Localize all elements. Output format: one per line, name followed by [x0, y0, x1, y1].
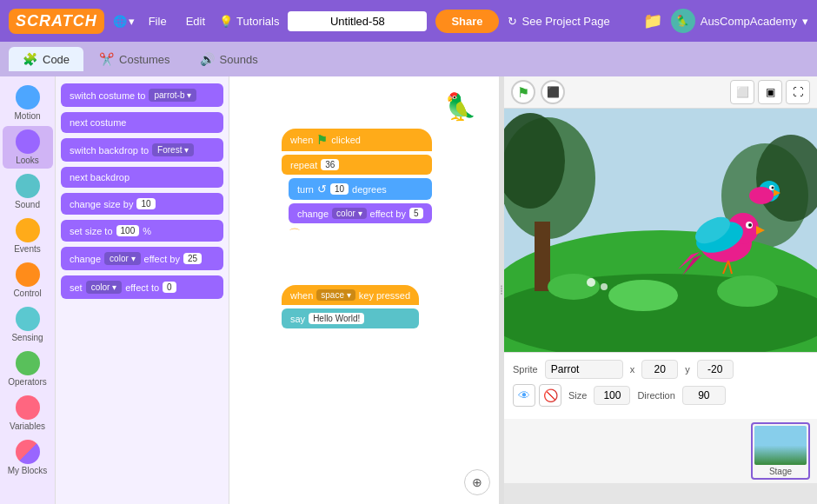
scripts-area[interactable]: 🦜 when ⚑ clicked repeat 36 turn ↺ 10 deg… — [229, 76, 499, 504]
main-area: Motion Looks Sound Events Control Sensin… — [0, 76, 817, 504]
sprite-thumb-image: 🦜 — [438, 87, 482, 126]
x-label: x — [630, 364, 635, 375]
tab-sounds[interactable]: 🔊 Sounds — [186, 47, 272, 71]
sidebar-control-label: Control — [13, 288, 41, 298]
looks-dot — [16, 129, 40, 154]
sidebar-sound-label: Sound — [15, 200, 40, 209]
hide-button[interactable]: 🚫 — [539, 384, 561, 407]
blocks-panel: switch costume to parrot-b ▾ next costum… — [56, 76, 229, 504]
sidebar-item-myblocks[interactable]: My Blocks — [3, 436, 53, 479]
sidebar-item-sensing[interactable]: Sensing — [3, 303, 53, 346]
sidebar-item-motion[interactable]: Motion — [3, 82, 53, 124]
sidebar-events-label: Events — [14, 244, 41, 254]
tab-costumes[interactable]: ✂️ Costumes — [85, 47, 184, 71]
size-label: Size — [568, 390, 587, 401]
big-stage-button[interactable]: ▣ — [758, 80, 782, 104]
sidebar-item-events[interactable]: Events — [3, 215, 53, 257]
myblocks-dot — [16, 440, 40, 464]
sprite-info-row-2: 👁 🚫 Size Direction — [513, 384, 808, 407]
script-1: when ⚑ clicked repeat 36 turn ↺ 10 degre… — [282, 129, 432, 242]
block-next-backdrop[interactable]: next backdrop — [61, 167, 223, 188]
y-label: y — [685, 364, 690, 375]
small-stage-button[interactable]: ⬜ — [730, 80, 754, 104]
direction-value-input[interactable] — [682, 386, 726, 405]
block-set-color-effect[interactable]: set color ▾ effect to 0 — [61, 275, 223, 299]
sidebar-sensing-label: Sensing — [11, 333, 43, 342]
fullscreen-button[interactable]: ⛶ — [786, 80, 810, 104]
block-turn-degrees[interactable]: turn ↺ 10 degrees — [289, 178, 432, 200]
folder-icon[interactable]: 📁 — [643, 11, 662, 30]
edit-menu[interactable]: Edit — [181, 15, 210, 28]
block-when-clicked[interactable]: when ⚑ clicked — [282, 129, 432, 151]
see-project-button[interactable]: ↻ See Project Page — [508, 15, 610, 28]
sidebar: Motion Looks Sound Events Control Sensin… — [0, 76, 56, 504]
block-set-size[interactable]: set size to 100 % — [61, 220, 223, 242]
svg-rect-8 — [535, 222, 550, 291]
block-switch-backdrop[interactable]: switch backdrop to Forest ▾ — [61, 138, 223, 162]
sidebar-item-operators[interactable]: Operators — [3, 348, 53, 390]
y-value-input[interactable] — [697, 360, 734, 379]
green-flag-icon: ⚑ — [316, 133, 328, 147]
scratch-logo: SCRATCH — [9, 9, 104, 34]
stage-thumbnails: Stage — [504, 419, 817, 483]
show-button[interactable]: 👁 — [513, 384, 535, 407]
sprite-name-input[interactable] — [545, 360, 623, 379]
share-button[interactable]: Share — [435, 10, 498, 33]
variables-dot — [16, 395, 40, 420]
motion-dot — [16, 85, 40, 109]
svg-point-17 — [748, 223, 752, 227]
user-menu[interactable]: 🦜 AusCompAcademy ▾ — [671, 9, 808, 33]
block-repeat[interactable]: repeat 36 — [282, 155, 432, 175]
stage-thumb[interactable]: Stage — [751, 422, 810, 480]
direction-label: Direction — [637, 390, 674, 401]
sensing-dot — [16, 307, 40, 331]
sidebar-item-looks[interactable]: Looks — [3, 126, 53, 169]
globe-button[interactable]: 🌐 ▾ — [113, 15, 135, 28]
stop-button[interactable]: ⬛ — [541, 80, 565, 104]
file-menu[interactable]: File — [143, 15, 172, 28]
see-project-label: See Project Page — [522, 15, 610, 28]
operators-dot — [16, 351, 40, 375]
tutorials-menu[interactable]: 💡 Tutorials — [219, 15, 279, 28]
user-chevron: ▾ — [802, 15, 808, 28]
sidebar-item-variables[interactable]: Variables — [3, 392, 53, 434]
sidebar-myblocks-label: My Blocks — [8, 466, 48, 475]
size-value-input[interactable] — [594, 386, 630, 405]
control-dot — [16, 262, 40, 287]
user-avatar: 🦜 — [671, 9, 695, 33]
project-title-input[interactable] — [288, 11, 427, 31]
sidebar-item-sound[interactable]: Sound — [3, 170, 53, 213]
x-value-input[interactable] — [641, 360, 678, 379]
top-nav: SCRATCH 🌐 ▾ File Edit 💡 Tutorials Share … — [0, 0, 817, 42]
green-flag-button[interactable]: ⚑ — [511, 80, 535, 104]
sidebar-item-control[interactable]: Control — [3, 259, 53, 302]
sprite-info: Sprite x y 👁 🚫 Size Direction — [504, 352, 817, 419]
block-bracket-close: ⌒ — [289, 227, 432, 242]
sprite-thumbnail: 🦜 — [438, 87, 482, 126]
block-change-size[interactable]: change size by 10 — [61, 193, 223, 215]
tab-code[interactable]: 🧩 Code — [9, 47, 83, 71]
stage-thumb-image — [754, 426, 807, 465]
stage-controls: ⚑ ⬛ ⬜ ▣ ⛶ — [504, 76, 817, 109]
block-change-color-effect[interactable]: change color ▾ effect by 25 — [61, 247, 223, 270]
zoom-button[interactable]: ⊕ — [464, 469, 490, 495]
globe-chevron: ▾ — [129, 15, 135, 28]
block-when-key[interactable]: when space ▾ key pressed — [282, 285, 419, 305]
block-say[interactable]: say Hello World! — [282, 308, 419, 328]
svg-point-9 — [548, 274, 600, 300]
playback-buttons: ⚑ ⬛ — [511, 80, 565, 104]
block-change-color[interactable]: change color ▾ effect by 5 — [289, 203, 432, 223]
tutorials-icon: 💡 — [219, 15, 233, 28]
stage-scene — [504, 109, 817, 352]
tab-code-label: Code — [43, 53, 70, 66]
code-icon: 🧩 — [23, 52, 37, 66]
script-2: when space ▾ key pressed say Hello World… — [282, 285, 419, 328]
user-name: AusCompAcademy — [701, 15, 797, 28]
svg-point-10 — [717, 275, 778, 307]
block-switch-costume[interactable]: switch costume to parrot-b ▾ — [61, 83, 223, 107]
stage-thumb-label: Stage — [754, 467, 807, 476]
sidebar-looks-label: Looks — [16, 156, 39, 165]
block-next-costume[interactable]: next costume — [61, 112, 223, 133]
sound-dot — [16, 174, 40, 198]
sidebar-motion-label: Motion — [14, 111, 40, 121]
